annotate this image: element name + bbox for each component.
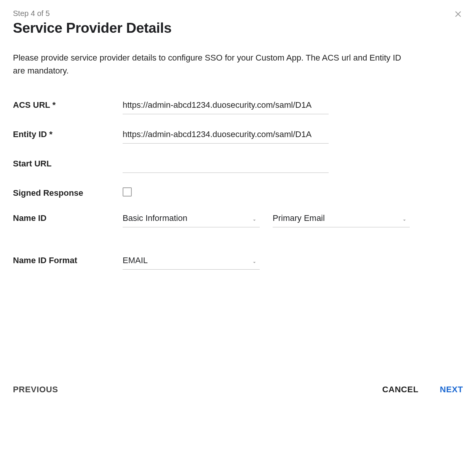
entity-id-label: Entity ID * <box>13 128 123 139</box>
acs-url-label: ACS URL * <box>13 99 123 110</box>
entity-id-input[interactable] <box>123 128 329 144</box>
name-id-attribute-value: Primary Email <box>273 213 325 223</box>
start-url-input[interactable] <box>123 157 329 173</box>
start-url-label: Start URL <box>13 157 123 169</box>
previous-button[interactable]: PREVIOUS <box>13 385 58 395</box>
chevron-down-icon <box>251 258 257 268</box>
name-id-category-select[interactable]: Basic Information <box>123 212 260 227</box>
name-id-format-value: EMAIL <box>123 256 148 265</box>
acs-url-input[interactable] <box>123 99 329 114</box>
page-title: Service Provider Details <box>13 20 463 36</box>
chevron-down-icon <box>401 216 407 225</box>
name-id-label: Name ID <box>13 212 123 223</box>
name-id-category-value: Basic Information <box>123 213 187 223</box>
chevron-down-icon <box>251 216 257 225</box>
name-id-format-label: Name ID Format <box>13 254 123 265</box>
next-button[interactable]: NEXT <box>440 385 463 395</box>
close-icon <box>453 14 463 20</box>
page-description: Please provide service provider details … <box>13 51 409 77</box>
name-id-format-select[interactable]: EMAIL <box>123 254 260 270</box>
name-id-attribute-select[interactable]: Primary Email <box>273 212 410 227</box>
wizard-footer: PREVIOUS CANCEL NEXT <box>0 385 476 395</box>
cancel-button[interactable]: CANCEL <box>382 385 418 395</box>
signed-response-label: Signed Response <box>13 187 123 198</box>
signed-response-checkbox[interactable] <box>123 187 132 197</box>
step-indicator: Step 4 of 5 <box>13 9 463 18</box>
close-button[interactable] <box>453 9 463 21</box>
